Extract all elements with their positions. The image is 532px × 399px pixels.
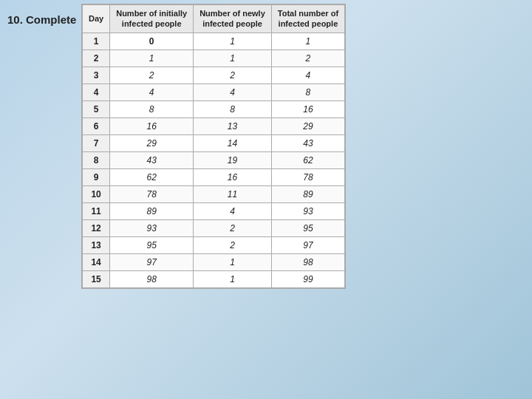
cell-day: 3 — [83, 66, 110, 83]
table-row: 1497198 — [83, 253, 345, 270]
cell-initially: 1 — [110, 50, 194, 66]
table-row: 9621678 — [83, 168, 345, 185]
cell-newly: 16 — [194, 168, 272, 185]
col-header-newly: Number of newlyinfected people — [194, 5, 272, 33]
cell-total: 78 — [271, 168, 344, 185]
cell-day: 2 — [83, 50, 110, 66]
cell-initially: 4 — [110, 83, 194, 100]
table-row: 4448 — [83, 83, 345, 100]
cell-day: 1 — [83, 33, 110, 50]
cell-initially: 2 — [110, 66, 194, 83]
cell-newly: 1 — [194, 253, 272, 270]
cell-initially: 97 — [110, 253, 194, 270]
cell-newly: 2 — [194, 236, 272, 253]
cell-initially: 98 — [110, 270, 194, 287]
table-row: 2112 — [83, 50, 345, 66]
cell-initially: 16 — [110, 117, 194, 134]
cell-day: 6 — [83, 117, 110, 134]
cell-day: 8 — [83, 151, 110, 168]
table-row: 10781189 — [83, 185, 345, 202]
cell-total: 16 — [271, 100, 344, 117]
cell-initially: 43 — [110, 151, 194, 168]
cell-total: 99 — [271, 270, 344, 287]
data-table: Day Number of initiallyinfected people N… — [81, 4, 346, 289]
table-row: 6161329 — [83, 117, 345, 134]
cell-total: 89 — [271, 185, 344, 202]
cell-initially: 62 — [110, 168, 194, 185]
cell-newly: 13 — [194, 117, 272, 134]
cell-newly: 2 — [194, 66, 272, 83]
table-row: 1189493 — [83, 202, 345, 219]
cell-newly: 1 — [194, 270, 272, 287]
cell-total: 1 — [271, 33, 344, 50]
cell-total: 93 — [271, 202, 344, 219]
cell-day: 5 — [83, 100, 110, 117]
cell-day: 15 — [83, 270, 110, 287]
cell-total: 62 — [271, 151, 344, 168]
cell-total: 2 — [271, 50, 344, 66]
cell-total: 4 — [271, 66, 344, 83]
cell-day: 12 — [83, 219, 110, 236]
col-header-total: Total number ofinfected people — [271, 5, 344, 33]
table-row: 1011 — [83, 33, 345, 50]
table-row: 8431962 — [83, 151, 345, 168]
table-row: 7291443 — [83, 134, 345, 151]
cell-newly: 4 — [194, 202, 272, 219]
cell-day: 13 — [83, 236, 110, 253]
table-row: 1293295 — [83, 219, 345, 236]
cell-day: 7 — [83, 134, 110, 151]
cell-newly: 19 — [194, 151, 272, 168]
cell-newly: 8 — [194, 100, 272, 117]
cell-initially: 89 — [110, 202, 194, 219]
cell-newly: 11 — [194, 185, 272, 202]
cell-total: 97 — [271, 236, 344, 253]
table-row: 1395297 — [83, 236, 345, 253]
cell-day: 9 — [83, 168, 110, 185]
col-header-day: Day — [83, 5, 110, 33]
cell-newly: 14 — [194, 134, 272, 151]
cell-total: 29 — [271, 117, 344, 134]
cell-newly: 4 — [194, 83, 272, 100]
cell-total: 8 — [271, 83, 344, 100]
cell-newly: 1 — [194, 33, 272, 50]
table-row: 1598199 — [83, 270, 345, 287]
cell-initially: 0 — [110, 33, 194, 50]
col-header-initially: Number of initiallyinfected people — [110, 5, 194, 33]
cell-day: 14 — [83, 253, 110, 270]
cell-total: 43 — [271, 134, 344, 151]
cell-initially: 8 — [110, 100, 194, 117]
cell-initially: 78 — [110, 185, 194, 202]
cell-initially: 93 — [110, 219, 194, 236]
slide-label: 10. Complete — [7, 13, 76, 26]
cell-newly: 1 — [194, 50, 272, 66]
cell-day: 11 — [83, 202, 110, 219]
cell-initially: 95 — [110, 236, 194, 253]
cell-day: 4 — [83, 83, 110, 100]
cell-total: 95 — [271, 219, 344, 236]
cell-initially: 29 — [110, 134, 194, 151]
table-row: 3224 — [83, 66, 345, 83]
cell-total: 98 — [271, 253, 344, 270]
cell-day: 10 — [83, 185, 110, 202]
table-row: 58816 — [83, 100, 345, 117]
cell-newly: 2 — [194, 219, 272, 236]
